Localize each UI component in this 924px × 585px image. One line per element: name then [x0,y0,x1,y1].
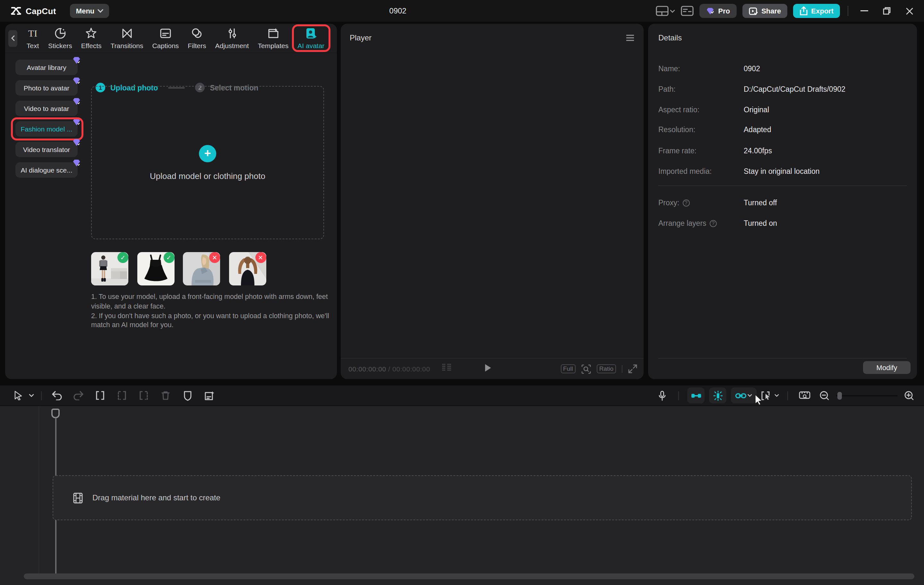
sidebar-item-avatar-library[interactable]: Avatar library [15,60,78,75]
split-delete-left-icon [117,391,127,400]
filters-icon [191,27,203,40]
collapse-panel-button[interactable] [8,30,17,46]
upload-dropzone[interactable]: + Upload model or clothing photo [91,86,324,239]
snap-marker-icon [713,391,723,400]
record-voiceover-button[interactable] [655,391,670,400]
timeline-zoom-slider[interactable] [836,395,898,396]
share-button[interactable]: Share [742,4,787,18]
sidebar-item-video-translator[interactable]: Video translator [15,142,78,157]
selection-cursor-icon [761,391,772,400]
player-menu-icon[interactable] [625,35,635,41]
timeline-dropzone[interactable]: Drag material here and start to create [53,475,912,520]
detail-label-resolution: Resolution: [658,126,744,133]
pro-badge[interactable]: Pro [700,4,736,18]
capcut-logo: CapCut [11,6,56,16]
delete-right-button[interactable] [133,391,155,400]
example-thumbnails: ✓ ✓ ✕ [91,252,266,285]
sidebar-item-video-to-avatar[interactable]: Video to avatar [15,101,78,116]
timeline-area[interactable]: Drag material here and start to create [0,405,924,585]
export-button[interactable]: Export [793,4,840,18]
fullscreen-expand-button[interactable] [628,364,637,373]
minimize-icon [860,10,868,12]
chevron-down-icon [670,9,675,13]
menu-label: Menu [76,7,94,15]
split-icon [95,391,105,400]
sidebar-item-photo-to-avatar[interactable]: Photo to avatar [15,80,78,96]
panel-notes-icon [681,6,694,16]
extract-audio-button[interactable] [198,391,220,400]
microphone-icon [658,391,666,400]
timeline-horizontal-scrollbar[interactable] [24,573,914,579]
tab-filters[interactable]: Filters [183,24,210,53]
maximize-button[interactable] [878,4,895,18]
capcut-logo-text: CapCut [26,6,56,16]
zoom-slider-handle[interactable] [837,392,842,399]
tab-text[interactable]: TI Text [22,24,44,53]
full-screen-mode-button[interactable]: Full [561,364,576,374]
frame-preview-icon[interactable] [441,363,452,375]
menu-button[interactable]: Menu [70,4,109,18]
selection-follow-button[interactable] [761,391,779,400]
star-effects-icon [85,27,98,40]
zoom-in-button[interactable] [902,391,916,400]
instruction-line-2: 2. If you don't have such a photo, or yo… [91,311,330,330]
sidebar-item-fashion-model[interactable]: Fashion model ... [15,121,78,137]
thumbnail-model-standing[interactable]: ✓ [91,252,128,285]
auto-snapping-toggle[interactable] [709,387,726,404]
detail-label-path: Path: [658,85,744,93]
toolbar-divider [41,391,42,400]
timeline-preview-button[interactable] [796,391,813,400]
tab-label: AI avatar [297,42,324,49]
tab-stickers[interactable]: Stickers [44,24,77,53]
link-preview-toggle[interactable] [731,387,757,404]
panel-layout-button[interactable] [681,6,694,16]
help-icon[interactable]: ? [682,199,690,206]
toolbar-divider [787,391,788,400]
tab-ai-avatar[interactable]: AI avatar [293,24,329,53]
thumbnail-black-dress[interactable]: ✓ [137,252,174,285]
select-tool-button[interactable] [10,391,26,400]
layout-icon [656,6,668,16]
minimize-button[interactable] [856,4,873,18]
extract-file-icon [204,391,214,400]
detail-value-aspect-ratio: Original [744,106,769,114]
zoom-out-button[interactable] [817,391,832,400]
trash-icon [161,391,170,400]
timeline-gutter-divider [38,406,39,578]
select-tool-dropdown[interactable] [26,394,37,397]
split-button[interactable] [89,391,111,400]
split-delete-right-icon [139,391,149,400]
delete-button[interactable] [155,391,177,400]
close-icon [906,7,913,15]
undo-button[interactable] [46,391,68,400]
tab-templates[interactable]: Templates [254,24,293,53]
playhead-handle[interactable] [51,409,60,418]
thumbnail-model-arms-up[interactable]: ✕ [229,252,266,285]
tab-adjustment[interactable]: Adjustment [211,24,254,53]
delete-left-button[interactable] [111,391,133,400]
thumbnail-model-cropped[interactable]: ✕ [183,252,220,285]
close-button[interactable] [901,4,917,18]
tab-label: Filters [188,42,206,49]
help-icon[interactable]: ? [710,220,717,227]
tab-label: Effects [81,42,102,49]
mask-button[interactable] [177,391,198,400]
ratio-button[interactable]: Ratio [597,364,616,374]
ai-avatar-icon [304,27,317,40]
detail-label-arrange-layers: Arrange layers? [658,219,744,227]
play-button[interactable] [485,363,492,375]
magnetic-snap-toggle[interactable] [687,387,705,404]
preview-zoom-button[interactable] [581,364,591,374]
tools-panel: TI Text Stickers Effects [5,24,337,379]
timeline-toolbar [0,386,924,405]
tab-captions[interactable]: Captions [148,24,183,53]
modify-button[interactable]: Modify [863,361,911,374]
timecode: 00:00:00:00 / 00:00:00:00 [348,365,430,373]
redo-button[interactable] [68,391,89,400]
tab-effects[interactable]: Effects [77,24,106,53]
tab-transitions[interactable]: Transitions [106,24,148,53]
upload-plus-button[interactable]: + [199,145,216,162]
layout-select-button[interactable] [656,6,675,16]
sidebar-item-ai-dialogue-scene[interactable]: AI dialogue sce... [15,162,78,178]
status-badge: ✓ [163,252,174,263]
